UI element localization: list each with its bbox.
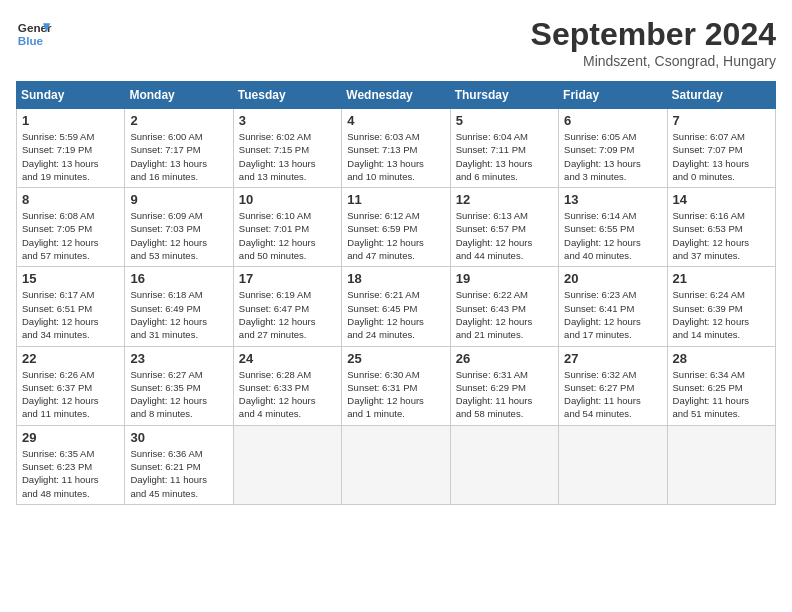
day-number: 26	[456, 351, 553, 366]
cell-info: Sunrise: 6:03 AMSunset: 7:13 PMDaylight:…	[347, 130, 444, 183]
cell-info: Sunrise: 6:27 AMSunset: 6:35 PMDaylight:…	[130, 368, 227, 421]
header-saturday: Saturday	[667, 82, 775, 109]
cell-info: Sunrise: 5:59 AMSunset: 7:19 PMDaylight:…	[22, 130, 119, 183]
calendar-cell: 1Sunrise: 5:59 AMSunset: 7:19 PMDaylight…	[17, 109, 125, 188]
calendar-cell: 29Sunrise: 6:35 AMSunset: 6:23 PMDayligh…	[17, 425, 125, 504]
svg-text:Blue: Blue	[18, 34, 44, 47]
day-number: 10	[239, 192, 336, 207]
day-number: 25	[347, 351, 444, 366]
cell-info: Sunrise: 6:36 AMSunset: 6:21 PMDaylight:…	[130, 447, 227, 500]
calendar-cell: 8Sunrise: 6:08 AMSunset: 7:05 PMDaylight…	[17, 188, 125, 267]
week-row-0: 1Sunrise: 5:59 AMSunset: 7:19 PMDaylight…	[17, 109, 776, 188]
day-number: 4	[347, 113, 444, 128]
cell-info: Sunrise: 6:32 AMSunset: 6:27 PMDaylight:…	[564, 368, 661, 421]
header-friday: Friday	[559, 82, 667, 109]
day-number: 5	[456, 113, 553, 128]
calendar-cell: 18Sunrise: 6:21 AMSunset: 6:45 PMDayligh…	[342, 267, 450, 346]
calendar-cell: 12Sunrise: 6:13 AMSunset: 6:57 PMDayligh…	[450, 188, 558, 267]
cell-info: Sunrise: 6:14 AMSunset: 6:55 PMDaylight:…	[564, 209, 661, 262]
cell-info: Sunrise: 6:16 AMSunset: 6:53 PMDaylight:…	[673, 209, 770, 262]
cell-info: Sunrise: 6:19 AMSunset: 6:47 PMDaylight:…	[239, 288, 336, 341]
title-block: September 2024 Mindszent, Csongrad, Hung…	[531, 16, 776, 69]
calendar-cell: 28Sunrise: 6:34 AMSunset: 6:25 PMDayligh…	[667, 346, 775, 425]
calendar-cell: 16Sunrise: 6:18 AMSunset: 6:49 PMDayligh…	[125, 267, 233, 346]
cell-info: Sunrise: 6:34 AMSunset: 6:25 PMDaylight:…	[673, 368, 770, 421]
day-number: 14	[673, 192, 770, 207]
calendar-cell: 19Sunrise: 6:22 AMSunset: 6:43 PMDayligh…	[450, 267, 558, 346]
day-number: 2	[130, 113, 227, 128]
cell-info: Sunrise: 6:08 AMSunset: 7:05 PMDaylight:…	[22, 209, 119, 262]
cell-info: Sunrise: 6:07 AMSunset: 7:07 PMDaylight:…	[673, 130, 770, 183]
week-row-3: 22Sunrise: 6:26 AMSunset: 6:37 PMDayligh…	[17, 346, 776, 425]
calendar-cell: 5Sunrise: 6:04 AMSunset: 7:11 PMDaylight…	[450, 109, 558, 188]
header-tuesday: Tuesday	[233, 82, 341, 109]
cell-info: Sunrise: 6:21 AMSunset: 6:45 PMDaylight:…	[347, 288, 444, 341]
day-number: 12	[456, 192, 553, 207]
day-number: 11	[347, 192, 444, 207]
cell-info: Sunrise: 6:13 AMSunset: 6:57 PMDaylight:…	[456, 209, 553, 262]
page-header: General Blue September 2024 Mindszent, C…	[16, 16, 776, 69]
cell-info: Sunrise: 6:02 AMSunset: 7:15 PMDaylight:…	[239, 130, 336, 183]
day-number: 13	[564, 192, 661, 207]
day-number: 16	[130, 271, 227, 286]
month-title: September 2024	[531, 16, 776, 53]
day-number: 24	[239, 351, 336, 366]
day-number: 17	[239, 271, 336, 286]
cell-info: Sunrise: 6:22 AMSunset: 6:43 PMDaylight:…	[456, 288, 553, 341]
calendar-cell: 23Sunrise: 6:27 AMSunset: 6:35 PMDayligh…	[125, 346, 233, 425]
cell-info: Sunrise: 6:04 AMSunset: 7:11 PMDaylight:…	[456, 130, 553, 183]
logo: General Blue	[16, 16, 52, 52]
day-number: 23	[130, 351, 227, 366]
cell-info: Sunrise: 6:31 AMSunset: 6:29 PMDaylight:…	[456, 368, 553, 421]
calendar-cell: 13Sunrise: 6:14 AMSunset: 6:55 PMDayligh…	[559, 188, 667, 267]
day-number: 7	[673, 113, 770, 128]
calendar-cell: 14Sunrise: 6:16 AMSunset: 6:53 PMDayligh…	[667, 188, 775, 267]
day-number: 19	[456, 271, 553, 286]
header-wednesday: Wednesday	[342, 82, 450, 109]
cell-info: Sunrise: 6:10 AMSunset: 7:01 PMDaylight:…	[239, 209, 336, 262]
calendar-table: SundayMondayTuesdayWednesdayThursdayFrid…	[16, 81, 776, 505]
cell-info: Sunrise: 6:09 AMSunset: 7:03 PMDaylight:…	[130, 209, 227, 262]
day-number: 6	[564, 113, 661, 128]
day-number: 28	[673, 351, 770, 366]
day-number: 9	[130, 192, 227, 207]
cell-info: Sunrise: 6:24 AMSunset: 6:39 PMDaylight:…	[673, 288, 770, 341]
cell-info: Sunrise: 6:23 AMSunset: 6:41 PMDaylight:…	[564, 288, 661, 341]
day-number: 30	[130, 430, 227, 445]
cell-info: Sunrise: 6:17 AMSunset: 6:51 PMDaylight:…	[22, 288, 119, 341]
day-number: 21	[673, 271, 770, 286]
calendar-cell: 27Sunrise: 6:32 AMSunset: 6:27 PMDayligh…	[559, 346, 667, 425]
calendar-cell: 22Sunrise: 6:26 AMSunset: 6:37 PMDayligh…	[17, 346, 125, 425]
cell-info: Sunrise: 6:05 AMSunset: 7:09 PMDaylight:…	[564, 130, 661, 183]
calendar-cell: 3Sunrise: 6:02 AMSunset: 7:15 PMDaylight…	[233, 109, 341, 188]
calendar-cell	[667, 425, 775, 504]
week-row-2: 15Sunrise: 6:17 AMSunset: 6:51 PMDayligh…	[17, 267, 776, 346]
calendar-header-row: SundayMondayTuesdayWednesdayThursdayFrid…	[17, 82, 776, 109]
calendar-cell: 7Sunrise: 6:07 AMSunset: 7:07 PMDaylight…	[667, 109, 775, 188]
logo-icon: General Blue	[16, 16, 52, 52]
header-monday: Monday	[125, 82, 233, 109]
day-number: 18	[347, 271, 444, 286]
cell-info: Sunrise: 6:00 AMSunset: 7:17 PMDaylight:…	[130, 130, 227, 183]
calendar-body: 1Sunrise: 5:59 AMSunset: 7:19 PMDaylight…	[17, 109, 776, 505]
calendar-cell: 20Sunrise: 6:23 AMSunset: 6:41 PMDayligh…	[559, 267, 667, 346]
day-number: 1	[22, 113, 119, 128]
cell-info: Sunrise: 6:12 AMSunset: 6:59 PMDaylight:…	[347, 209, 444, 262]
calendar-cell: 10Sunrise: 6:10 AMSunset: 7:01 PMDayligh…	[233, 188, 341, 267]
header-thursday: Thursday	[450, 82, 558, 109]
week-row-1: 8Sunrise: 6:08 AMSunset: 7:05 PMDaylight…	[17, 188, 776, 267]
cell-info: Sunrise: 6:28 AMSunset: 6:33 PMDaylight:…	[239, 368, 336, 421]
day-number: 3	[239, 113, 336, 128]
calendar-cell: 4Sunrise: 6:03 AMSunset: 7:13 PMDaylight…	[342, 109, 450, 188]
calendar-cell: 26Sunrise: 6:31 AMSunset: 6:29 PMDayligh…	[450, 346, 558, 425]
day-number: 29	[22, 430, 119, 445]
calendar-cell	[233, 425, 341, 504]
calendar-cell	[342, 425, 450, 504]
calendar-cell	[559, 425, 667, 504]
calendar-cell: 17Sunrise: 6:19 AMSunset: 6:47 PMDayligh…	[233, 267, 341, 346]
day-number: 27	[564, 351, 661, 366]
cell-info: Sunrise: 6:18 AMSunset: 6:49 PMDaylight:…	[130, 288, 227, 341]
location-subtitle: Mindszent, Csongrad, Hungary	[531, 53, 776, 69]
calendar-cell: 24Sunrise: 6:28 AMSunset: 6:33 PMDayligh…	[233, 346, 341, 425]
day-number: 8	[22, 192, 119, 207]
